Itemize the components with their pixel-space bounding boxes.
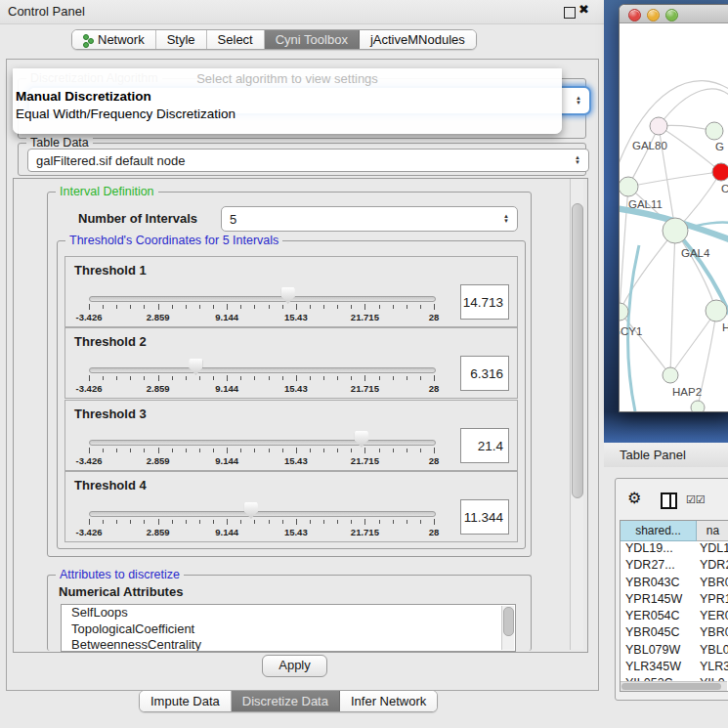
tick-mark xyxy=(116,520,117,524)
table-panel-header: Table Panel xyxy=(604,443,728,468)
threshold-value-field[interactable]: 6.316 xyxy=(460,356,509,391)
attribute-item[interactable]: TopologicalCoefficient xyxy=(62,621,515,638)
cell-name[interactable]: YBL0 xyxy=(696,643,728,660)
checkbox-icons[interactable]: ☑☑ xyxy=(686,493,706,506)
table-data-selected: galFiltered.sif default node xyxy=(36,153,185,168)
cell-name[interactable]: YER0 xyxy=(696,609,728,625)
network-node-h[interactable] xyxy=(706,300,727,321)
tab-jactivemnodules[interactable]: jActiveMNodules xyxy=(360,30,476,49)
tick-mark xyxy=(213,305,214,309)
tick-mark xyxy=(296,519,297,525)
list-scrollbar-thumb[interactable] xyxy=(503,607,514,636)
network-edge[interactable] xyxy=(628,172,721,187)
table-row[interactable]: YDL19...YDL1 xyxy=(621,541,728,558)
network-window[interactable]: GAL80GCGAL11GAL4GCY1HHAP2 xyxy=(619,4,728,412)
tab-impute-data[interactable]: Impute Data xyxy=(140,691,232,711)
gear-icon[interactable]: ⚙ xyxy=(627,489,641,507)
cell-shared-name[interactable]: YBR045C xyxy=(621,625,696,642)
table-row[interactable]: YDR27...YDR2 xyxy=(621,558,728,575)
cell-shared-name[interactable]: YPR145W xyxy=(621,592,696,609)
network-node-gcy1[interactable] xyxy=(620,303,628,321)
node-table[interactable]: shared... na YDL19...YDL1YDR27...YDR2YBR… xyxy=(620,520,728,692)
tab-discretize-data[interactable]: Discretize Data xyxy=(232,691,340,711)
network-edge[interactable] xyxy=(659,89,728,126)
network-edge[interactable] xyxy=(670,231,675,375)
cell-shared-name[interactable]: YBL079W xyxy=(621,643,696,660)
cell-name[interactable]: YDR2 xyxy=(696,558,728,575)
cell-name[interactable]: YBR0 xyxy=(696,625,728,642)
table-row[interactable]: YBR045CYBR0 xyxy=(621,625,728,642)
tick-label: 2.859 xyxy=(147,312,170,322)
cell-shared-name[interactable]: YDR27... xyxy=(621,558,696,575)
num-intervals-spinner[interactable]: 5 ▲▼ xyxy=(221,206,518,232)
close-traffic-light[interactable] xyxy=(628,9,641,21)
attribute-item[interactable]: SelfLoops xyxy=(62,605,515,621)
tab-infer-network[interactable]: Infer Network xyxy=(340,691,437,711)
cell-name[interactable]: YDL1 xyxy=(696,541,728,558)
cell-shared-name[interactable]: YDL19... xyxy=(621,541,696,558)
slider-track[interactable] xyxy=(89,511,436,517)
threshold-panel-4: Threshold 4-3.4262.8599.14415.4321.71528… xyxy=(64,471,518,542)
network-edge[interactable] xyxy=(620,231,675,312)
tab-select[interactable]: Select xyxy=(207,30,265,49)
network-edge[interactable] xyxy=(620,187,628,312)
network-window-titlebar[interactable] xyxy=(620,5,728,23)
network-node-gal80[interactable] xyxy=(650,117,667,135)
tab-label: Select xyxy=(218,32,253,47)
network-node-g[interactable] xyxy=(706,122,723,140)
column-layout-icon[interactable] xyxy=(661,492,677,509)
table-row[interactable]: YBR043CYBR0 xyxy=(621,576,728,592)
tick-label: -3.426 xyxy=(76,383,103,394)
attribute-item[interactable]: BetweennessCentrality xyxy=(62,637,515,652)
combo-arrows-icon: ▲▼ xyxy=(576,96,581,106)
cell-shared-name[interactable]: YLR345W xyxy=(621,660,696,676)
network-view[interactable]: GAL80GCGAL11GAL4GCY1HHAP2 xyxy=(620,22,728,411)
threshold-value-field[interactable]: 14.713 xyxy=(460,284,509,320)
slider-track[interactable] xyxy=(89,296,436,302)
tick-label: 9.144 xyxy=(215,383,238,394)
close-icon[interactable]: ✖ xyxy=(578,2,589,17)
threshold-value-field[interactable]: 21.4 xyxy=(460,428,509,463)
network-node-c[interactable] xyxy=(712,163,728,181)
zoom-traffic-light[interactable] xyxy=(665,9,678,21)
network-node-hap2[interactable] xyxy=(663,367,678,383)
table-row[interactable]: YBL079WYBL0 xyxy=(621,643,728,660)
tick-label: 28 xyxy=(429,312,440,322)
network-node-gal4[interactable] xyxy=(663,218,688,243)
cell-name[interactable]: YLR3 xyxy=(696,660,728,676)
tab-cyni-toolbox[interactable]: Cyni Toolbox xyxy=(265,30,360,49)
column-header-shared-name[interactable]: shared... xyxy=(621,521,697,541)
tab-network[interactable]: Network xyxy=(72,30,156,49)
scrollbar-thumb[interactable] xyxy=(572,203,583,498)
list-scrollbar[interactable] xyxy=(501,606,514,650)
popup-item-manual-discretization[interactable]: Manual Discretization xyxy=(16,89,151,104)
node-label: C xyxy=(721,183,728,194)
tick-mark xyxy=(227,448,228,453)
network-edge[interactable] xyxy=(675,231,716,311)
table-row[interactable]: YPR145WYPR1 xyxy=(621,592,728,609)
network-node-gal11[interactable] xyxy=(620,177,638,196)
vertical-scrollbar[interactable] xyxy=(570,179,583,650)
slider-track[interactable] xyxy=(89,440,436,446)
network-node[interactable] xyxy=(691,401,705,411)
threshold-value-field[interactable]: 11.344 xyxy=(460,499,509,535)
table-row[interactable]: YER054CYER0 xyxy=(621,609,728,625)
table-data-combobox[interactable]: galFiltered.sif default node ▲▼ xyxy=(27,149,589,172)
column-header-name[interactable]: na xyxy=(697,521,728,541)
apply-button[interactable]: Apply xyxy=(262,655,327,677)
float-window-icon[interactable] xyxy=(564,7,576,19)
table-row[interactable]: YLR345WYLR3 xyxy=(621,660,728,676)
numerical-attributes-list[interactable]: SelfLoopsTopologicalCoefficientBetweenne… xyxy=(61,604,516,652)
slider-track[interactable] xyxy=(89,367,436,373)
cell-shared-name[interactable]: YER054C xyxy=(621,609,696,625)
minimize-traffic-light[interactable] xyxy=(647,9,660,21)
tick-mark xyxy=(213,449,214,452)
cell-shared-name[interactable]: YBR043C xyxy=(621,576,696,592)
cell-name[interactable]: YPR1 xyxy=(696,592,728,609)
h-scrollbar-thumb[interactable] xyxy=(621,683,721,690)
horizontal-scrollbar[interactable] xyxy=(621,681,727,691)
popup-item-equal-width-frequency[interactable]: Equal Width/Frequency Discretization xyxy=(16,107,236,121)
cell-name[interactable]: YBR0 xyxy=(696,576,728,592)
network-edge[interactable] xyxy=(670,311,716,375)
tab-style[interactable]: Style xyxy=(156,30,207,49)
